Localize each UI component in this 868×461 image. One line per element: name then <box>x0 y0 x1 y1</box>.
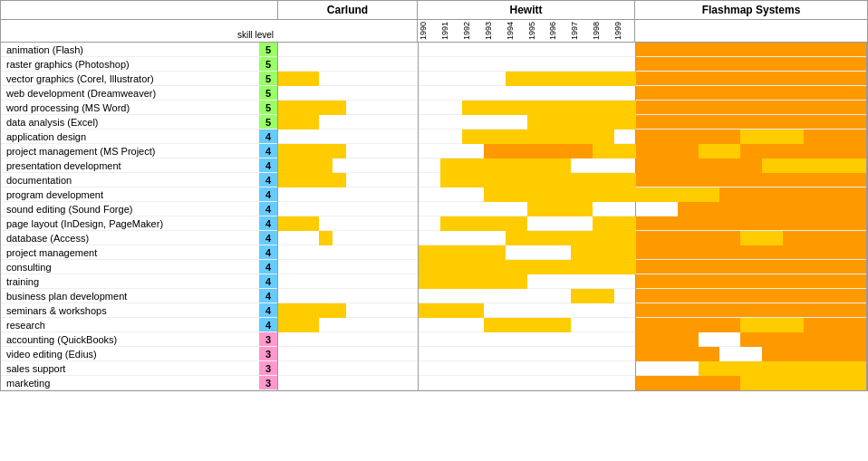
cy10 <box>400 20 413 42</box>
fy5 <box>719 20 740 42</box>
tl-row <box>278 376 418 390</box>
tl-row <box>419 347 635 361</box>
skill-name: training <box>1 276 259 287</box>
tl-row <box>278 245 418 260</box>
hy1997: 1997 <box>569 20 591 42</box>
tl-row <box>636 347 866 361</box>
cy9 <box>386 20 400 42</box>
skill-row-sales: sales support 3 <box>1 361 277 376</box>
skill-row-accounting: accounting (QuickBooks) 3 <box>1 332 277 347</box>
skill-row-marketing: marketing 3 <box>1 376 277 390</box>
hy1999: 1999 <box>612 20 634 42</box>
cy5 <box>332 20 345 42</box>
hy1991: 1991 <box>439 20 461 42</box>
skill-row-seminars: seminars & workshops 4 <box>1 303 277 318</box>
cy4 <box>318 20 332 42</box>
skill-name: program development <box>1 189 259 200</box>
tl-row <box>419 130 635 144</box>
skill-row-training: training 4 <box>1 274 277 289</box>
skill-name: sales support <box>1 363 259 374</box>
tl-row <box>636 101 866 115</box>
skill-name: business plan development <box>1 291 259 302</box>
tl-row <box>278 57 418 72</box>
hy1992: 1992 <box>461 20 483 42</box>
tl-row <box>278 332 418 347</box>
tl-row <box>278 260 418 274</box>
skill-row-research: research 4 <box>1 318 277 332</box>
skill-level: 3 <box>259 361 277 375</box>
skill-row-word: word processing (MS Word) 5 <box>1 101 277 115</box>
skill-row-db: database (Access) 4 <box>1 231 277 245</box>
tl-row <box>419 361 635 376</box>
fy1 <box>635 20 656 42</box>
tl-row <box>636 57 866 72</box>
skill-row-animation: animation (Flash) 5 <box>1 43 277 57</box>
tl-row <box>419 376 635 390</box>
tl-row <box>419 187 635 202</box>
hy1996: 1996 <box>547 20 569 42</box>
hewitt-header: Hewitt <box>418 1 635 19</box>
fy3 <box>678 20 699 42</box>
tl-row <box>419 173 635 187</box>
tl-row <box>278 361 418 376</box>
tl-row <box>636 376 866 390</box>
tl-row <box>419 231 635 245</box>
hewitt-timeline <box>419 43 636 390</box>
hewitt-years: 1990 1991 1992 1993 1994 1995 1996 1997 … <box>418 20 635 42</box>
skill-name: sound editing (Sound Forge) <box>1 204 259 215</box>
tl-row <box>278 318 418 332</box>
tl-row <box>636 274 866 289</box>
skill-name: web development (Dreamweaver) <box>1 88 259 99</box>
skill-level: 4 <box>259 158 277 172</box>
tl-row <box>278 216 418 231</box>
skill-level: 5 <box>259 115 277 129</box>
cy8 <box>372 20 386 42</box>
skill-level: 4 <box>259 144 277 158</box>
carlund-header: Carlund <box>277 1 418 19</box>
tl-row <box>278 101 418 115</box>
skill-level: 4 <box>259 202 277 216</box>
skill-level: 3 <box>259 347 277 360</box>
skill-name: data analysis (Excel) <box>1 117 259 128</box>
tl-row <box>419 115 635 130</box>
timeline-area <box>277 43 867 390</box>
fy4 <box>699 20 719 42</box>
main-container: Carlund Hewitt Flashmap Systems skill le… <box>0 0 868 391</box>
skill-level: 4 <box>259 274 277 288</box>
tl-row <box>278 158 418 173</box>
tl-row <box>278 72 418 86</box>
cy3 <box>304 20 318 42</box>
tl-row <box>278 173 418 187</box>
fy10 <box>825 20 845 42</box>
fy11 <box>846 20 867 42</box>
skill-level: 4 <box>259 303 277 317</box>
skill-name: database (Access) <box>1 233 259 244</box>
skill-row-pm: project management 4 <box>1 245 277 260</box>
skill-row-vector: vector graphics (Corel, Illustrator) 5 <box>1 72 277 86</box>
skill-level: 4 <box>259 187 277 201</box>
hy1993: 1993 <box>483 20 505 42</box>
skill-row-prog: program development 4 <box>1 187 277 202</box>
skill-level: 4 <box>259 289 277 303</box>
header-row: Carlund Hewitt Flashmap Systems <box>1 1 867 20</box>
tl-row <box>278 130 418 144</box>
tl-row <box>278 115 418 130</box>
carlund-timeline <box>278 43 419 390</box>
tl-row <box>636 361 866 376</box>
skill-row-consult: consulting 4 <box>1 260 277 274</box>
skill-name: marketing <box>1 378 259 389</box>
tl-row <box>636 231 866 245</box>
tl-row <box>636 318 866 332</box>
skill-level: 4 <box>259 216 277 230</box>
skill-level: 4 <box>259 130 277 143</box>
skill-level: 5 <box>259 72 277 85</box>
skill-row-raster: raster graphics (Photoshop) 5 <box>1 57 277 72</box>
skill-level: 3 <box>259 376 277 389</box>
skill-row-pres: presentation development 4 <box>1 158 277 173</box>
skill-row-pm-ms: project management (MS Project) 4 <box>1 144 277 158</box>
skill-name: research <box>1 320 259 331</box>
hewitt-title: Hewitt <box>418 1 634 19</box>
tl-row <box>278 231 418 245</box>
tl-row <box>419 318 635 332</box>
skill-level: 5 <box>259 101 277 114</box>
